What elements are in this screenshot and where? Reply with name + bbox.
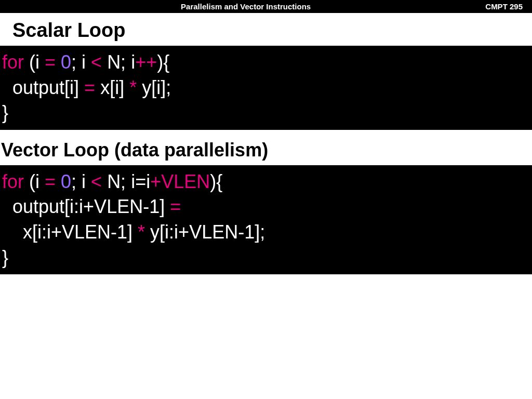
code-line: x[i:i+VLEN-1] * y[i:i+VLEN-1]; [2, 220, 530, 245]
code-line: } [2, 245, 530, 271]
code-block-scalar: for (i = 0; i < N; i++){ output[i] = x[i… [0, 46, 532, 130]
code-block-vector: for (i = 0; i < N; i=i+VLEN){ output[i:i… [0, 165, 532, 274]
code-line: for (i = 0; i < N; i=i+VLEN){ [2, 169, 530, 195]
code-line: for (i = 0; i < N; i++){ [2, 50, 530, 75]
code-line: } [2, 100, 530, 126]
code-line: output[i] = x[i] * y[i]; [2, 75, 530, 101]
heading-scalar-loop: Scalar Loop [0, 13, 532, 46]
code-line: output[i:i+VLEN-1] = [2, 194, 530, 220]
banner-course: CMPT 295 [485, 2, 526, 11]
heading-vector-loop: Vector Loop (data parallelism) [0, 130, 532, 165]
banner-title: Parallelism and Vector Instructions [6, 2, 485, 11]
top-banner: Parallelism and Vector Instructions CMPT… [0, 0, 532, 13]
